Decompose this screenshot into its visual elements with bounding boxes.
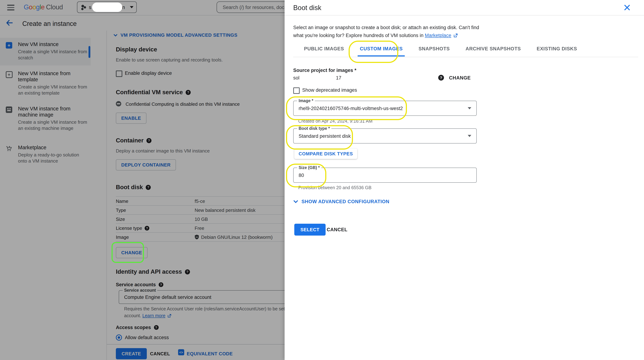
source-project-suffix: 17 — [336, 75, 342, 80]
boot-disk-type-select[interactable]: Boot disk type * Standard persistent dis… — [293, 128, 477, 143]
show-deprecated-checkbox[interactable] — [293, 87, 300, 94]
boot-disk-panel: Boot disk Select an image or snapshot to… — [284, 0, 644, 360]
image-source-tabs: PUBLIC IMAGES CUSTOM IMAGES SNAPSHOTS AR… — [304, 46, 577, 56]
project-name-redaction — [92, 2, 122, 12]
external-link-icon — [454, 33, 458, 37]
image-created-helper: Created on Apr 24, 2024, 9:16:31 AM — [298, 119, 372, 124]
change-button-highlight — [112, 242, 144, 263]
tabs-divider — [293, 57, 638, 57]
source-project-change-button[interactable]: CHANGE — [449, 75, 471, 80]
field-value: 80 — [298, 168, 304, 182]
help-icon[interactable]: ? — [438, 75, 444, 80]
source-project-prefix: sol — [293, 75, 300, 80]
image-select[interactable]: Image * rhel9-20240216075746-multi-voltm… — [293, 101, 477, 116]
tab-snapshots[interactable]: SNAPSHOTS — [418, 46, 450, 56]
tab-custom-images[interactable]: CUSTOM IMAGES — [360, 46, 402, 56]
intro-line-2: what you're looking for? Explore hundred… — [293, 32, 479, 39]
marketplace-link[interactable]: Marketplace — [425, 33, 451, 38]
advanced-label: SHOW ADVANCED CONFIGURATION — [302, 199, 390, 204]
show-advanced-configuration-expander[interactable]: SHOW ADVANCED CONFIGURATION — [293, 199, 390, 204]
field-value: rhel9-20240216075746-multi-voltmesh-us-w… — [298, 101, 403, 115]
source-project-label: Source project for images * — [293, 68, 356, 73]
size-helper: Provision between 20 and 65536 GB — [298, 185, 372, 190]
intro-line-1: Select an image or snapshot to create a … — [293, 24, 479, 32]
size-input[interactable]: Size (GB) * 80 — [293, 168, 477, 183]
show-deprecated-label: Show deprecated images — [302, 87, 357, 93]
dropdown-caret-icon — [468, 135, 471, 137]
panel-cancel-button[interactable]: CANCEL — [327, 227, 348, 232]
close-icon[interactable] — [623, 3, 631, 11]
tab-existing-disks[interactable]: EXISTING DISKS — [536, 46, 577, 56]
dropdown-caret-icon — [468, 107, 471, 109]
tab-public-images[interactable]: PUBLIC IMAGES — [304, 46, 344, 56]
source-project-value: sol 17 — [293, 75, 342, 80]
compare-disk-types-button[interactable]: COMPARE DISK TYPES — [294, 149, 357, 159]
field-value: Standard persistent disk — [298, 129, 351, 143]
panel-intro: Select an image or snapshot to create a … — [293, 24, 479, 39]
gcp-console: GoogleCloud s n — [0, 0, 644, 360]
modal-scrim — [0, 0, 284, 360]
tab-archive-snapshots[interactable]: ARCHIVE SNAPSHOTS — [466, 46, 521, 56]
panel-title: Boot disk — [293, 4, 321, 12]
panel-header: Boot disk — [284, 0, 644, 15]
chevron-down-icon — [293, 200, 298, 203]
select-button[interactable]: SELECT — [294, 224, 326, 236]
